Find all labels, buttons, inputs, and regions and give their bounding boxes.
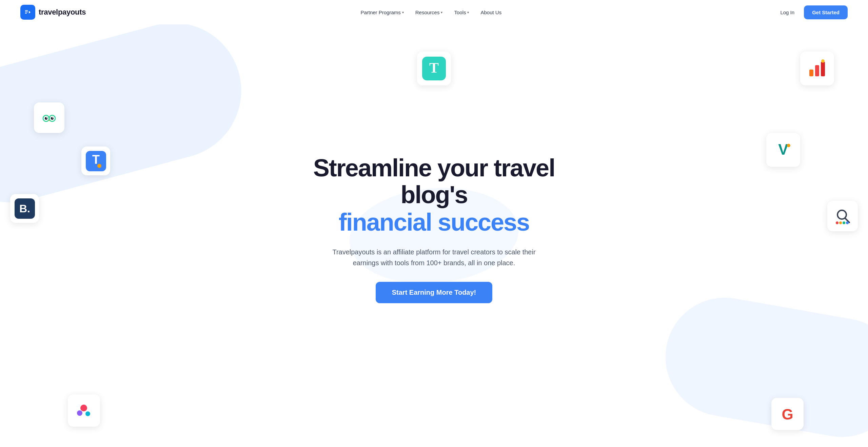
v-logo: V — [766, 133, 800, 167]
svg-rect-24 — [809, 70, 813, 76]
blob-2 — [656, 288, 868, 446]
svg-point-18 — [77, 410, 82, 416]
svg-point-22 — [787, 144, 790, 147]
app-logo — [68, 394, 100, 427]
login-button[interactable]: Log In — [776, 7, 798, 18]
nav-tools[interactable]: Tools ▾ — [449, 7, 474, 18]
q-search-logo — [827, 201, 858, 231]
svg-text:V: V — [778, 141, 788, 158]
nav-about-us[interactable]: About Us — [476, 7, 506, 18]
nav-partner-programs[interactable]: Partner Programs ▾ — [356, 7, 408, 18]
svg-rect-28 — [832, 205, 854, 227]
logo[interactable]: travelpayouts — [20, 5, 86, 20]
chevron-down-icon: ▾ — [441, 11, 442, 14]
svg-text:B.: B. — [19, 202, 30, 214]
chevron-down-icon: ▾ — [402, 11, 404, 14]
svg-point-27 — [821, 59, 825, 63]
nav-actions: Log In Get Started — [776, 5, 848, 19]
svg-point-7 — [52, 117, 53, 118]
svg-point-19 — [85, 411, 90, 416]
navbar: travelpayouts Partner Programs ▾ Resourc… — [0, 0, 868, 24]
hero-headline-line2: financial success — [281, 208, 587, 236]
svg-point-13 — [97, 164, 101, 168]
svg-point-34 — [846, 221, 849, 224]
svg-rect-25 — [815, 65, 819, 76]
g-logo: G — [771, 398, 804, 430]
logo-text: travelpayouts — [39, 8, 86, 17]
analytics-logo — [800, 52, 834, 85]
svg-point-32 — [839, 221, 842, 224]
svg-point-17 — [80, 405, 87, 411]
svg-point-4 — [45, 117, 47, 120]
hero-headline-line1: Streamline your travel blog's — [281, 155, 587, 208]
logo-icon — [20, 5, 35, 20]
hero-content: Streamline your travel blog's financial … — [281, 155, 587, 303]
nav-resources[interactable]: Resources ▾ — [411, 7, 448, 18]
chevron-down-icon: ▾ — [467, 11, 469, 14]
booking-logo: B. — [10, 194, 39, 223]
svg-point-33 — [843, 221, 845, 224]
svg-text:G: G — [782, 406, 793, 423]
blue-t-logo: T — [81, 147, 110, 175]
hero-section: T T B. V — [0, 24, 868, 447]
svg-text:T: T — [429, 60, 439, 76]
svg-point-5 — [51, 117, 54, 120]
hero-subtext: Travelpayouts is an affiliate platform f… — [329, 247, 539, 268]
svg-point-31 — [836, 221, 839, 224]
tripadvisor-logo — [34, 102, 64, 133]
svg-point-6 — [46, 117, 47, 118]
svg-point-8 — [47, 117, 51, 119]
green-t-logo: T — [417, 52, 451, 85]
get-started-button[interactable]: Get Started — [804, 5, 848, 19]
hero-cta-button[interactable]: Start Earning More Today! — [376, 282, 493, 303]
svg-rect-26 — [821, 62, 825, 76]
nav-links: Partner Programs ▾ Resources ▾ Tools ▾ A… — [356, 7, 506, 18]
